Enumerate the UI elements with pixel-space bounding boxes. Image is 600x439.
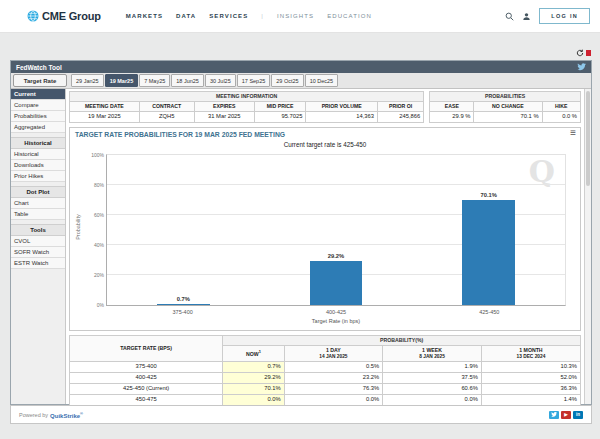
cell: 1.4% — [481, 394, 580, 405]
bar-425-450[interactable]: 70.1% — [462, 200, 515, 305]
sidebar-item-estr-watch[interactable]: ESTR Watch — [11, 258, 65, 269]
sidebar-item-cvol[interactable]: CVOL — [11, 236, 65, 247]
sidebar-item-historical[interactable]: Historical — [11, 149, 65, 160]
quikstrike-link[interactable]: QuikStrike® — [50, 411, 83, 419]
tab-29jan25[interactable]: 29 Jan25 — [71, 74, 104, 87]
scrollbar-thumb[interactable] — [586, 91, 590, 186]
cell: 0.0% — [223, 394, 284, 405]
cell: PRIOR VOLUME — [306, 102, 378, 112]
fedwatch-panel: FedWatch Tool Target Rate 29 Jan25 19 Ma… — [10, 60, 592, 405]
cell: MID PRICE — [254, 102, 305, 112]
bar-value-label: 70.1% — [480, 192, 496, 198]
bar-375-400[interactable]: 0.7% — [157, 304, 210, 305]
cell: 70.1 % — [474, 112, 542, 123]
user-icon[interactable] — [522, 12, 531, 21]
target-rate-tab[interactable]: Target Rate — [13, 74, 67, 87]
search-icon[interactable] — [505, 12, 514, 21]
sidebar-section-tools: Tools — [11, 224, 65, 236]
cell: 60.6% — [383, 383, 482, 394]
table-row: 425-450 (Current) 70.1% 76.3% 60.6% 36.3… — [70, 383, 581, 394]
nav-markets[interactable]: MARKETS — [126, 13, 163, 19]
sidebar-item-probabilities[interactable]: Probabilities — [11, 111, 65, 122]
login-button[interactable]: LOG IN — [539, 8, 590, 24]
probabilities-summary-table: PROBABILITIES EASE NO CHANGE HIKE 29.9 %… — [429, 91, 581, 123]
sidebar-item-sofr-watch[interactable]: SOFR Watch — [11, 247, 65, 258]
cell: 400-425 — [70, 373, 223, 384]
meeting-info-table: MEETING INFORMATION MEETING DATE CONTRAC… — [69, 91, 424, 123]
cell: 70.1% — [223, 383, 284, 394]
sidebar-item-prior-hikes[interactable]: Prior Hikes — [11, 171, 65, 182]
tab-18jun25[interactable]: 18 Jun25 — [171, 74, 204, 87]
nav-insights[interactable]: INSIGHTS — [277, 13, 314, 19]
chart-menu-icon[interactable]: ≡ — [570, 128, 576, 138]
sidebar-section-dot-plot: Dot Plot — [11, 186, 65, 198]
panel-controls — [576, 49, 591, 57]
y-tick-label: 60% — [94, 212, 104, 218]
cell: EXPIRES — [194, 102, 254, 112]
cell: 1.9% — [383, 362, 482, 373]
x-tick-label: 400-425 — [259, 309, 412, 315]
sidebar-item-downloads[interactable]: Downloads — [11, 160, 65, 171]
plot-area: Q 0%20%40%60%80%100%0.7%29.2%70.1% — [106, 154, 566, 306]
twitter-icon[interactable] — [577, 63, 586, 71]
cell: 37.5% — [383, 373, 482, 384]
cell: 31 Mar 2025 — [194, 112, 254, 123]
tab-30jul25[interactable]: 30 Jul25 — [205, 74, 236, 87]
sidebar-item-current[interactable]: Current — [11, 89, 65, 100]
x-tick-label: 425-450 — [413, 309, 566, 315]
linkedin-icon[interactable]: in — [573, 411, 583, 419]
col-header-1week: 1 WEEK8 JAN 2025 — [383, 345, 482, 361]
nav-education[interactable]: EDUCATION — [327, 13, 372, 19]
footer-bar: Powered by QuikStrike® ▶ in — [10, 405, 592, 424]
rate-col-header: TARGET RATE (BPS) — [70, 335, 223, 362]
cell: 29.9 % — [430, 112, 474, 123]
cme-logo[interactable]: CME Group — [27, 10, 101, 22]
nav-services[interactable]: SERVICES — [209, 13, 248, 19]
youtube-icon[interactable]: ▶ — [561, 411, 571, 419]
quikstrike-watermark: Q — [529, 157, 555, 187]
cell: 23.2% — [284, 373, 383, 384]
cell: 52.0% — [481, 373, 580, 384]
bar-400-425[interactable]: 29.2% — [310, 261, 363, 305]
gridline — [107, 184, 565, 185]
tab-29oct25[interactable]: 29 Oct25 — [271, 74, 303, 87]
cell: 245,866 — [378, 112, 424, 123]
globe-icon — [27, 10, 39, 22]
sidebar-item-chart[interactable]: Chart — [11, 198, 65, 209]
tab-17sep25[interactable]: 17 Sep25 — [237, 74, 271, 87]
refresh-icon[interactable] — [576, 49, 584, 57]
y-tick-label: 100% — [91, 152, 104, 158]
cell: 450-475 — [70, 394, 223, 405]
cell: PRIOR OI — [378, 102, 424, 112]
tab-7may25[interactable]: 7 May25 — [139, 74, 170, 87]
cell: 95.7025 — [254, 112, 305, 123]
vertical-scrollbar — [584, 89, 591, 404]
col-header-now: NOW1 — [223, 345, 284, 361]
tab-10dec25[interactable]: 10 Dec25 — [305, 74, 339, 87]
sidebar-item-aggregated[interactable]: Aggregated — [11, 122, 65, 133]
header-actions: LOG IN — [505, 8, 590, 24]
cell: 425-450 (Current) — [70, 383, 223, 394]
red-square-icon[interactable] — [586, 50, 591, 56]
table-row: 450-475 0.0% 0.0% 0.0% 1.4% — [70, 394, 581, 405]
cell: CONTRACT — [139, 102, 194, 112]
cell: 29.2% — [223, 373, 284, 384]
y-tick-label: 80% — [94, 182, 104, 188]
twitter-social-icon[interactable] — [549, 411, 559, 419]
y-axis-label: Probability — [75, 197, 81, 257]
y-tick-label: 20% — [94, 272, 104, 278]
cell: 375-400 — [70, 362, 223, 373]
powered-by-text: Powered by — [19, 412, 48, 418]
sidebar-item-compare[interactable]: Compare — [11, 100, 65, 111]
x-tick-label: 375-400 — [106, 309, 259, 315]
page: CME Group MARKETS DATA SERVICES | INSIGH… — [0, 0, 600, 439]
cell: MEETING DATE — [70, 102, 140, 112]
nav-data[interactable]: DATA — [176, 13, 196, 19]
rate-probability-table: TARGET RATE (BPS) PROBABILITY(%) NOW1 1 … — [69, 335, 581, 416]
cell: 14,363 — [306, 112, 378, 123]
tab-19mar25[interactable]: 19 Mar25 — [105, 74, 139, 87]
bar-value-label: 0.7% — [177, 296, 190, 302]
site-header: CME Group MARKETS DATA SERVICES | INSIGH… — [0, 0, 600, 33]
table-row: 375-400 0.7% 0.5% 1.9% 10.3% — [70, 362, 581, 373]
sidebar-item-table[interactable]: Table — [11, 209, 65, 220]
